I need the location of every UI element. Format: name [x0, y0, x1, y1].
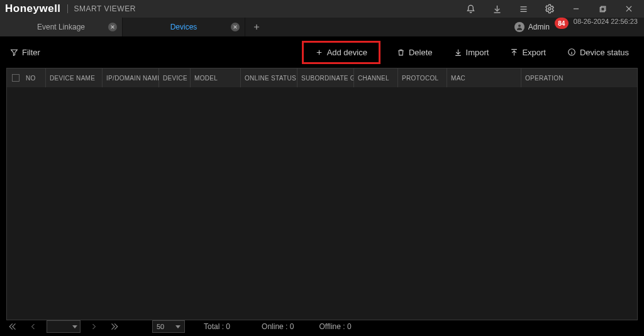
table-body [7, 87, 637, 320]
info-icon [567, 48, 576, 57]
title-bar: Honeywell SMART VIEWER [0, 0, 644, 18]
avatar-icon [514, 22, 525, 32]
select-all-checkbox[interactable] [12, 74, 19, 82]
table-header: NO DEVICE NAME IP/DOMAIN NAME DEVICE MOD… [7, 68, 637, 87]
trash-icon [397, 48, 405, 57]
brand-logo: Honeywell [5, 3, 61, 15]
tab-event-linkage[interactable]: Event Linkage [0, 18, 123, 36]
device-status-button[interactable]: Device status [562, 44, 634, 61]
export-icon [510, 48, 518, 57]
device-status-label: Device status [580, 48, 629, 57]
col-no-label: NO [26, 75, 36, 82]
device-table: NO DEVICE NAME IP/DOMAIN NAME DEVICE MOD… [6, 68, 638, 320]
col-operation[interactable]: OPERATION [521, 68, 637, 87]
minimize-icon[interactable] [566, 0, 586, 18]
download-icon[interactable] [487, 0, 507, 18]
caret-icon [72, 325, 77, 328]
menu-icon[interactable] [513, 0, 533, 18]
online-stat: Online : 0 [262, 322, 294, 331]
page-size-select[interactable]: 50 [152, 320, 185, 333]
datetime-label: 08-26-2024 22:56:23 [574, 18, 644, 36]
filter-button[interactable]: Filter [10, 48, 40, 57]
add-device-button[interactable]: Add device [302, 41, 380, 64]
app-title: SMART VIEWER [74, 4, 136, 13]
username-label: Admin [528, 23, 550, 31]
notification-badge[interactable]: 84 [555, 18, 569, 29]
svg-rect-1 [601, 6, 605, 11]
col-device[interactable]: DEVICE [159, 68, 191, 87]
import-button[interactable]: Import [449, 44, 494, 61]
col-subordinate[interactable]: SUBORDINATE G [297, 68, 354, 87]
divider [67, 4, 68, 13]
col-ip[interactable]: IP/DOMAIN NAME [103, 68, 159, 87]
col-channel[interactable]: CHANNEL [354, 68, 398, 87]
offline-stat: Offline : 0 [319, 322, 351, 331]
add-tab-button[interactable] [245, 18, 268, 36]
page-size-value: 50 [157, 323, 164, 330]
plus-icon [315, 48, 323, 57]
tab-devices[interactable]: Devices [123, 18, 245, 36]
col-device-name[interactable]: DEVICE NAME [46, 68, 103, 87]
col-mac[interactable]: MAC [447, 68, 521, 87]
import-icon [454, 48, 462, 57]
svg-rect-2 [600, 7, 604, 11]
caret-icon [175, 325, 180, 328]
delete-button[interactable]: Delete [392, 44, 438, 61]
page-select[interactable] [47, 320, 80, 333]
tab-label: Devices [170, 23, 197, 31]
bell-icon[interactable] [460, 0, 480, 18]
filter-icon [10, 48, 18, 57]
add-device-label: Add device [327, 48, 367, 57]
prev-page-button[interactable] [26, 320, 40, 333]
export-label: Export [522, 48, 546, 57]
delete-label: Delete [409, 48, 433, 57]
col-online[interactable]: ONLINE STATUS [241, 68, 297, 87]
export-button[interactable]: Export [505, 44, 551, 61]
tab-label: Event Linkage [37, 23, 85, 31]
total-stat: Total : 0 [204, 322, 230, 331]
tab-close-icon[interactable] [108, 23, 117, 31]
col-protocol[interactable]: PROTOCOL [398, 68, 447, 87]
tab-strip: Event Linkage Devices Admin 84 08-26-202… [0, 18, 644, 36]
pagination-bar: 50 Total : 0 Online : 0 Offline : 0 [0, 317, 644, 336]
gear-icon[interactable] [540, 0, 560, 18]
svg-point-3 [518, 24, 521, 27]
col-checkbox: NO [7, 68, 46, 87]
last-page-button[interactable] [107, 320, 121, 333]
tab-close-icon[interactable] [231, 23, 240, 31]
close-icon[interactable] [619, 0, 639, 18]
maximize-icon[interactable] [592, 0, 613, 18]
filter-label: Filter [22, 48, 40, 57]
import-label: Import [466, 48, 489, 57]
col-model[interactable]: MODEL [191, 68, 241, 87]
user-info[interactable]: Admin [509, 18, 555, 36]
next-page-button[interactable] [87, 320, 101, 333]
first-page-button[interactable] [6, 320, 20, 333]
svg-point-0 [548, 8, 551, 10]
toolbar: Filter Add device Delete Import Export D… [0, 36, 644, 68]
